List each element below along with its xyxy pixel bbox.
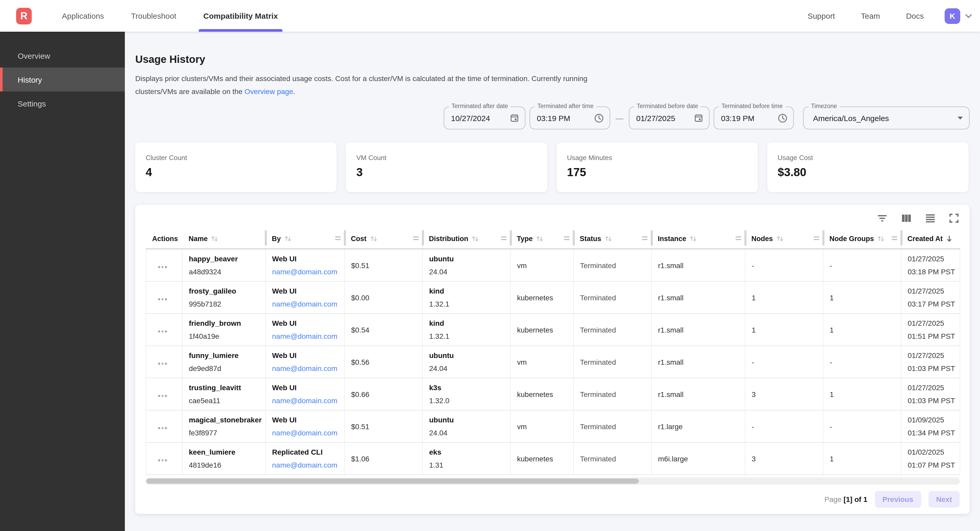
column-header-name[interactable]: Name (182, 228, 266, 249)
row-actions-cell[interactable] (146, 281, 182, 314)
more-options-icon[interactable] (158, 293, 167, 302)
more-options-icon[interactable] (158, 454, 167, 463)
horizontal-scrollbar[interactable] (146, 477, 960, 485)
created-by: Web UI (272, 349, 341, 362)
nodes-cell: - (745, 410, 823, 442)
table-row: friendly_brown1f40a19eWeb UIname@domain.… (146, 314, 960, 346)
overview-page-link[interactable]: Overview page (245, 87, 293, 96)
created-date: 01/27/2025 (908, 284, 956, 298)
distribution-version: 1.32.1 (429, 298, 507, 311)
sidebar: Overview History Settings (0, 32, 125, 531)
scrollbar-thumb[interactable] (146, 479, 639, 484)
sidebar-item-overview[interactable]: Overview (0, 44, 125, 68)
sidebar-item-history[interactable]: History (0, 68, 125, 92)
nav-link-team[interactable]: Team (861, 11, 880, 20)
replicated-logo-icon[interactable]: R (16, 8, 32, 24)
field-value[interactable]: America/Los_Angeles (803, 114, 957, 122)
terminated-after-date-field[interactable]: Terminated after date 10/27/2024 (444, 106, 525, 129)
email-link[interactable]: name@domain.com (272, 394, 341, 407)
nav-tab-compatibility-matrix[interactable]: Compatibility Matrix (204, 0, 278, 32)
created-at-cell: 01/27/202501:03 PM PST (901, 378, 960, 410)
timezone-select[interactable]: Timezone America/Los_Angeles (803, 106, 970, 129)
filter-icon[interactable] (877, 212, 888, 224)
column-header-created-at[interactable]: Created At (901, 228, 960, 249)
email-link[interactable]: name@domain.com (272, 362, 341, 375)
created-date: 01/27/2025 (908, 381, 956, 394)
clock-icon[interactable] (594, 113, 604, 123)
user-avatar[interactable]: K (945, 8, 960, 24)
nav-tab-troubleshoot[interactable]: Troubleshoot (131, 0, 177, 32)
created-by: Web UI (272, 284, 341, 298)
sort-icon (689, 235, 697, 243)
field-value[interactable]: 01/27/2025 (629, 114, 694, 122)
clock-icon[interactable] (778, 113, 788, 123)
description-line-2-text: clusters/VMs are available on the (135, 87, 245, 96)
field-value[interactable]: 03:19 PM (530, 114, 594, 122)
sidebar-item-settings[interactable]: Settings (0, 92, 125, 115)
email-link[interactable]: name@domain.com (272, 265, 341, 278)
field-value[interactable]: 10/27/2024 (444, 114, 510, 122)
more-options-icon[interactable] (158, 325, 167, 334)
description-line-1: Displays prior clusters/VMs and their as… (135, 72, 970, 85)
more-options-icon[interactable] (158, 422, 167, 430)
drag-handle-icon[interactable] (563, 236, 570, 242)
terminated-before-date-field[interactable]: Terminated before date 01/27/2025 (629, 106, 710, 129)
row-actions-cell[interactable] (146, 442, 182, 475)
column-header-cost[interactable]: Cost (345, 228, 423, 249)
row-actions-cell[interactable] (146, 410, 182, 442)
row-actions-cell[interactable] (146, 378, 182, 410)
column-header-type[interactable]: Type (511, 228, 573, 249)
app-window: R Applications Troubleshoot Compatibilit… (0, 0, 980, 531)
column-header-status[interactable]: Status (573, 228, 652, 249)
calendar-icon[interactable] (510, 113, 519, 123)
terminated-after-time-field[interactable]: Terminated after time 03:19 PM (530, 106, 610, 129)
drag-handle-icon[interactable] (891, 236, 897, 242)
cost-cell: $0.56 (345, 346, 423, 378)
previous-page-button[interactable]: Previous (875, 491, 921, 507)
terminated-before-time-field[interactable]: Terminated before time 03:19 PM (714, 106, 794, 129)
email-link[interactable]: name@domain.com (272, 330, 341, 342)
field-value[interactable]: 03:19 PM (714, 114, 778, 122)
row-actions-cell[interactable] (146, 346, 182, 378)
chevron-down-icon[interactable] (964, 12, 973, 20)
email-link[interactable]: name@domain.com (272, 426, 341, 439)
row-actions-cell[interactable] (146, 314, 182, 346)
type-cell: kubernetes (511, 314, 573, 346)
drag-handle-icon[interactable] (501, 236, 506, 242)
email-link[interactable]: name@domain.com (272, 458, 341, 471)
next-page-button[interactable]: Next (928, 491, 960, 507)
table-row: magical_stonebrakerfe3f8977Web UIname@do… (146, 410, 960, 442)
table-row: frosty_galileo995b7182Web UIname@domain.… (146, 281, 960, 314)
drag-handle-icon[interactable] (813, 236, 819, 242)
distribution-cell: ubuntu24.04 (423, 249, 511, 281)
by-cell: Web UIname@domain.com (266, 346, 345, 378)
more-options-icon[interactable] (158, 390, 167, 398)
row-density-icon[interactable] (924, 212, 936, 224)
nav-link-docs[interactable]: Docs (906, 11, 924, 20)
drag-handle-icon[interactable] (642, 236, 648, 242)
more-options-icon[interactable] (158, 358, 167, 366)
drag-handle-icon[interactable] (735, 236, 741, 242)
drag-handle-icon[interactable] (413, 236, 418, 242)
nav-link-support[interactable]: Support (808, 11, 835, 20)
nav-tab-applications[interactable]: Applications (62, 0, 104, 32)
drag-handle-icon[interactable] (335, 236, 340, 242)
created-time: 03:17 PM PST (908, 298, 956, 311)
row-actions-cell[interactable] (146, 249, 182, 281)
stat-value: 3 (356, 166, 537, 179)
fullscreen-icon[interactable] (948, 212, 960, 224)
show-hide-columns-icon[interactable] (900, 212, 912, 224)
calendar-icon[interactable] (694, 113, 703, 123)
dropdown-arrow-icon[interactable] (957, 116, 963, 120)
nodes-cell: - (745, 249, 823, 281)
column-header-instance[interactable]: Instance (652, 228, 745, 249)
column-header-distribution[interactable]: Distribution (423, 228, 511, 249)
nav-right-links: Support Team Docs K (808, 8, 980, 24)
stat-value: 4 (146, 166, 326, 179)
column-header-by[interactable]: By (266, 228, 345, 249)
cost-cell: $0.00 (345, 281, 423, 314)
column-header-node-groups[interactable]: Node Groups (823, 228, 901, 249)
more-options-icon[interactable] (158, 261, 167, 269)
column-header-nodes[interactable]: Nodes (745, 228, 823, 249)
email-link[interactable]: name@domain.com (272, 298, 341, 311)
